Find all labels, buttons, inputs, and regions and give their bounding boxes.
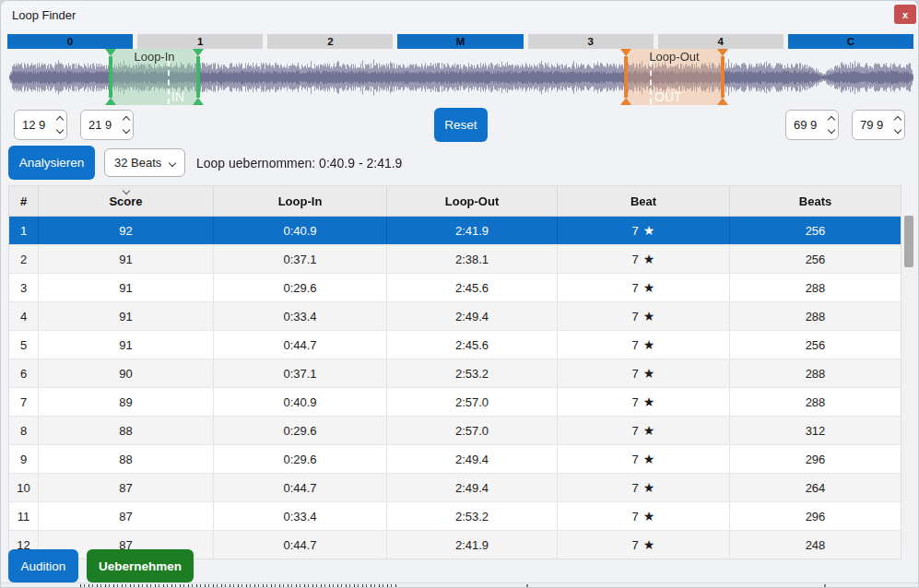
table-scrollbar[interactable] <box>902 216 914 547</box>
spin-up-icon[interactable] <box>122 116 129 123</box>
analyze-button[interactable]: Analysieren <box>8 146 95 180</box>
timeline-segment[interactable]: 4 <box>658 34 784 49</box>
cell-beat: 7 ★ <box>558 217 730 244</box>
table-row[interactable]: 8 88 0:29.6 2:57.0 7 ★ 312 <box>9 417 901 445</box>
close-button[interactable]: x <box>894 5 916 24</box>
spin-down-icon[interactable] <box>827 126 834 134</box>
apply-button[interactable]: Uebernehmen <box>87 549 194 582</box>
loop-out-start-handle[interactable] <box>619 49 632 105</box>
loop-in-region[interactable]: Loop-In IN <box>111 49 198 105</box>
spinner-arrows[interactable] <box>119 111 133 139</box>
table-row[interactable]: 11 87 0:33.4 2:53.2 7 ★ 296 <box>9 502 901 531</box>
cell-beat: 7 ★ <box>558 502 730 530</box>
cell-score: 87 <box>39 502 214 530</box>
loop-out-marker-label: OUT <box>654 89 682 104</box>
cell-loop-out: 2:49.4 <box>387 474 558 501</box>
spin-down-icon[interactable] <box>893 126 901 134</box>
cell-beat: 7 ★ <box>558 359 730 387</box>
cell-score: 88 <box>39 445 214 473</box>
spin-up-icon[interactable] <box>55 116 63 123</box>
col-header-beats[interactable]: Beats <box>730 186 901 216</box>
loop-in-end-spinner[interactable]: 21 9 <box>80 110 134 140</box>
timeline-segment[interactable]: 2 <box>267 34 393 49</box>
cell-beats: 288 <box>730 359 901 387</box>
cell-num: 1 <box>9 217 39 244</box>
spin-up-icon[interactable] <box>893 116 901 123</box>
loop-out-end-spinner[interactable]: 79 9 <box>852 110 905 140</box>
table-row[interactable]: 4 91 0:33.4 2:49.4 7 ★ 288 <box>9 302 901 331</box>
cell-num: 10 <box>9 474 39 501</box>
cell-loop-out: 2:49.4 <box>387 302 558 330</box>
spin-down-icon[interactable] <box>55 126 63 134</box>
col-header-loop-in[interactable]: Loop-In <box>214 186 387 216</box>
handle-bar <box>196 56 200 98</box>
chevron-down-icon <box>169 159 176 166</box>
table-row[interactable]: 1 92 0:40.9 2:41.9 7 ★ 256 <box>9 217 901 245</box>
loop-in-end-value: 21 9 <box>81 111 119 139</box>
handle-bar <box>109 56 112 98</box>
beat-value: 7 <box>632 481 639 495</box>
audition-button[interactable]: Audition <box>8 549 78 582</box>
loop-in-start-value: 12 9 <box>15 111 53 139</box>
col-header-beat[interactable]: Beat <box>558 186 730 216</box>
waveform-area[interactable]: Loop-In IN Loop-Out <box>1 49 919 106</box>
loop-in-end-handle[interactable] <box>192 49 205 105</box>
cell-num: 11 <box>9 502 39 530</box>
loop-out-region[interactable]: Loop-Out OUT <box>626 49 723 105</box>
table-row[interactable]: 6 90 0:37.1 2:53.2 7 ★ 288 <box>9 359 901 388</box>
cell-loop-in: 0:29.6 <box>214 274 387 301</box>
cell-score: 89 <box>39 388 214 416</box>
loop-out-end-handle[interactable] <box>716 49 729 105</box>
spin-down-icon[interactable] <box>122 126 129 134</box>
loop-in-start-spinner[interactable]: 12 9 <box>14 110 67 140</box>
timeline-segment[interactable]: 0 <box>7 34 133 49</box>
cell-beat: 7 ★ <box>558 302 730 330</box>
loop-in-start-handle[interactable] <box>104 49 117 105</box>
timeline-segment[interactable]: 3 <box>528 34 654 49</box>
table-row[interactable]: 9 88 0:29.6 2:49.4 7 ★ 296 <box>9 445 901 474</box>
table-row[interactable]: 3 91 0:29.6 2:45.6 7 ★ 288 <box>9 274 901 302</box>
cell-score: 88 <box>39 417 214 444</box>
col-header-num[interactable]: # <box>9 186 39 216</box>
col-header-loop-out[interactable]: Loop-Out <box>387 186 558 216</box>
timeline-segment[interactable]: M <box>397 34 523 49</box>
cell-loop-out: 2:41.9 <box>387 217 558 244</box>
cell-loop-out: 2:53.2 <box>387 359 558 387</box>
star-icon: ★ <box>643 423 655 438</box>
loop-out-start-spinner[interactable]: 69 9 <box>785 110 839 140</box>
star-icon: ★ <box>643 252 655 266</box>
star-icon: ★ <box>643 337 655 352</box>
handle-triangle-icon <box>620 49 631 56</box>
timeline-segment-label: M <box>456 36 465 47</box>
cell-loop-in: 0:40.9 <box>214 388 387 416</box>
cell-loop-in: 0:29.6 <box>214 445 387 473</box>
table-row[interactable]: 2 91 0:37.1 2:38.1 7 ★ 256 <box>9 245 901 274</box>
cell-loop-in: 0:44.7 <box>214 331 387 359</box>
beats-select[interactable]: 32 Beats <box>104 148 185 177</box>
cell-loop-out: 2:57.0 <box>387 417 558 444</box>
cell-beats: 256 <box>730 331 901 359</box>
cell-score: 91 <box>39 302 214 330</box>
spinner-arrows[interactable] <box>53 111 66 139</box>
timeline-segment[interactable]: C <box>788 34 913 49</box>
timeline: 0 1 2 M 3 4 C <box>7 34 913 49</box>
spinner-arrows[interactable] <box>824 111 838 139</box>
col-header-score[interactable]: Score <box>39 186 214 216</box>
beat-value: 7 <box>632 338 639 352</box>
star-icon: ★ <box>643 394 655 409</box>
scrollbar-thumb[interactable] <box>904 216 913 267</box>
cell-score: 91 <box>39 245 214 273</box>
beat-value: 7 <box>632 367 639 381</box>
cell-loop-in: 0:37.1 <box>214 245 387 273</box>
cell-loop-out: 2:45.6 <box>387 274 558 301</box>
spinner-arrows[interactable] <box>890 111 904 139</box>
table-row[interactable]: 5 91 0:44.7 2:45.6 7 ★ 256 <box>9 331 901 359</box>
reset-button[interactable]: Reset <box>434 108 488 142</box>
table-row[interactable]: 10 87 0:44.7 2:49.4 7 ★ 264 <box>9 474 901 502</box>
spin-up-icon[interactable] <box>827 116 834 123</box>
star-icon: ★ <box>643 280 655 295</box>
timeline-segment[interactable]: 1 <box>137 34 263 49</box>
table-row[interactable]: 7 89 0:40.9 2:57.0 7 ★ 288 <box>9 388 901 417</box>
beat-value: 7 <box>632 395 639 409</box>
cell-beat: 7 ★ <box>558 331 730 359</box>
